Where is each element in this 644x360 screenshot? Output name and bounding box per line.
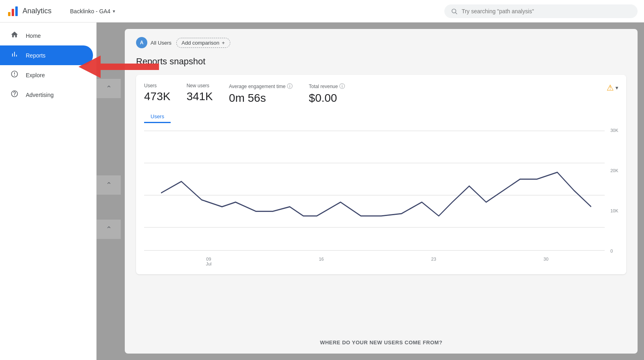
search-input[interactable]	[462, 8, 631, 14]
sidebar: Home Reports Explore	[0, 23, 97, 360]
x-axis-labels: 09 Jul 16 23 30	[144, 255, 618, 266]
content-area: ⌃ ⌃ ⌃ A All Users Add comparison + Repor	[97, 23, 644, 360]
comparison-bar: A All Users Add comparison +	[136, 37, 626, 48]
svg-rect-1	[12, 9, 14, 16]
bottom-hint: WHERE DO YOUR NEW USERS COME FROM?	[320, 339, 442, 346]
y-axis-labels: 30K 20K 10K 0	[610, 126, 618, 255]
chart-tabs: Users	[144, 111, 618, 123]
y-label-30k: 30K	[610, 128, 618, 133]
collapse-section-2[interactable]: ⌃	[97, 175, 121, 195]
search-icon	[451, 8, 458, 15]
x-label-09: 09 Jul	[206, 257, 211, 266]
app-title: Analytics	[23, 7, 52, 15]
svg-line-4	[456, 12, 457, 14]
chevron-up-icon-3: ⌃	[106, 225, 112, 234]
sidebar-item-reports[interactable]: Reports	[0, 45, 93, 65]
warning-icon: ⚠	[607, 83, 614, 93]
info-icon-engagement[interactable]: ⓘ	[287, 83, 293, 90]
sidebar-item-home[interactable]: Home	[0, 26, 96, 45]
main-panel: A All Users Add comparison + Reports sna…	[125, 29, 638, 354]
account-name: Backlinko - GA4	[70, 8, 110, 14]
metric-engagement-value: 0m 56s	[229, 92, 293, 105]
reports-icon	[10, 50, 19, 60]
chart-svg	[144, 126, 618, 255]
account-dropdown-icon: ▾	[113, 8, 115, 14]
sidebar-item-advertising[interactable]: Advertising	[0, 85, 96, 105]
metric-new-users: New users 341K	[186, 83, 213, 103]
svg-point-3	[452, 9, 456, 13]
svg-rect-0	[8, 12, 10, 16]
svg-rect-2	[15, 6, 18, 16]
advertising-icon	[10, 90, 19, 100]
x-label-23: 23	[431, 257, 436, 266]
all-users-badge: A All Users	[136, 37, 171, 48]
metric-users-label: Users	[144, 83, 170, 88]
chart-area: 30K 20K 10K 0	[144, 126, 618, 255]
account-selector[interactable]: Backlinko - GA4 ▾	[66, 6, 119, 17]
warning-area[interactable]: ⚠ ▾	[607, 83, 618, 93]
collapse-section-3[interactable]: ⌃	[97, 220, 121, 239]
metric-new-users-value: 341K	[186, 90, 213, 103]
metrics-row: Users 473K New users 341K Average engage…	[144, 83, 618, 105]
logo-area: Analytics	[6, 5, 58, 18]
metric-engagement-label: Average engagement time ⓘ	[229, 83, 293, 90]
snapshot-title: Reports snapshot	[136, 56, 626, 67]
metric-new-users-label: New users	[186, 83, 213, 88]
analytics-logo-icon	[6, 5, 19, 18]
y-label-10k: 10K	[610, 208, 618, 213]
chevron-up-icon-2: ⌃	[106, 181, 112, 189]
home-icon	[10, 31, 19, 41]
sidebar-item-explore[interactable]: Explore	[0, 65, 96, 85]
explore-icon	[10, 70, 19, 80]
add-comparison-label: Add comparison	[182, 40, 219, 46]
chevron-up-icon-1: ⌃	[106, 84, 112, 93]
metric-revenue-value: $0.00	[309, 92, 345, 105]
y-label-0: 0	[610, 249, 618, 253]
top-bar: Analytics Backlinko - GA4 ▾	[0, 0, 644, 23]
metric-revenue: Total revenue ⓘ $0.00	[309, 83, 345, 105]
chart-card: Users 473K New users 341K Average engage…	[136, 75, 626, 274]
avatar: A	[136, 37, 147, 48]
metric-users-value: 473K	[144, 90, 170, 103]
search-bar[interactable]	[444, 4, 638, 18]
metric-users: Users 473K	[144, 83, 170, 103]
y-label-20k: 20K	[610, 168, 618, 173]
warning-dropdown-icon: ▾	[615, 84, 618, 91]
add-comparison-button[interactable]: Add comparison +	[176, 38, 230, 48]
x-label-30: 30	[543, 257, 548, 266]
x-label-16: 16	[319, 257, 324, 266]
collapse-section-1[interactable]: ⌃	[97, 79, 121, 98]
chart-tab-users[interactable]: Users	[144, 111, 171, 123]
sidebar-item-explore-label: Explore	[26, 72, 45, 78]
sidebar-item-advertising-label: Advertising	[26, 92, 54, 98]
main-layout: Home Reports Explore	[0, 23, 644, 360]
info-icon-revenue[interactable]: ⓘ	[339, 83, 345, 90]
sidebar-item-home-label: Home	[26, 33, 41, 39]
metric-revenue-label: Total revenue ⓘ	[309, 83, 345, 90]
metric-engagement: Average engagement time ⓘ 0m 56s	[229, 83, 293, 105]
add-icon: +	[222, 40, 225, 46]
all-users-label: All Users	[151, 40, 171, 46]
sidebar-item-reports-label: Reports	[26, 52, 45, 59]
